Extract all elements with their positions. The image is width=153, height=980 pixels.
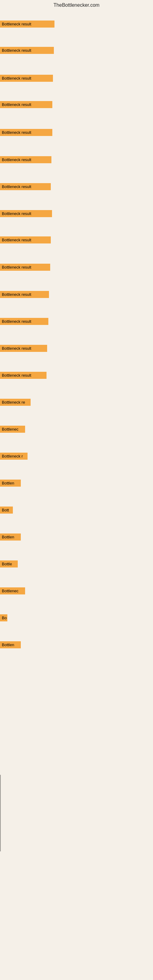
vertical-line <box>0 775 1 851</box>
bottleneck-result-item: Bottleneck result <box>0 345 47 352</box>
bottleneck-result-item: Bottleneck result <box>0 101 52 108</box>
bottleneck-result-item: Bott <box>0 506 13 514</box>
bottleneck-result-item: Bottleneck result <box>0 183 51 190</box>
bottleneck-result-item: Bottleneck result <box>0 236 51 243</box>
bottleneck-result-item: Bottleneck r <box>0 453 27 460</box>
site-title: TheBottlenecker.com <box>0 0 153 9</box>
bottleneck-result-item: Bottlen <box>0 533 21 541</box>
bottleneck-result-item: Bottleneck result <box>0 372 46 379</box>
bottleneck-result-item: Bottle <box>0 560 18 568</box>
bottleneck-result-item: Bottleneck result <box>0 291 49 298</box>
bottleneck-result-item: Bottleneck result <box>0 318 48 325</box>
bottleneck-result-item: Bottleneck result <box>0 210 52 217</box>
bottleneck-result-item: Bottleneck result <box>0 264 50 271</box>
bottleneck-result-item: Bottleneck re <box>0 399 30 406</box>
bottleneck-result-item: Bottlenec <box>0 426 25 433</box>
bottleneck-result-item: Bottleneck result <box>0 129 52 136</box>
bottleneck-result-item: Bottleneck result <box>0 47 54 54</box>
bottleneck-result-item: Bottleneck result <box>0 21 54 27</box>
bottleneck-result-item: Bottlenec <box>0 587 25 595</box>
bottleneck-result-item: Bottleneck result <box>0 75 53 82</box>
bottleneck-result-item: Bottlen <box>0 641 21 648</box>
bottleneck-result-item: Bottlen <box>0 480 21 487</box>
bottleneck-result-item: Bo <box>0 614 7 621</box>
bottleneck-result-item: Bottleneck result <box>0 156 51 163</box>
